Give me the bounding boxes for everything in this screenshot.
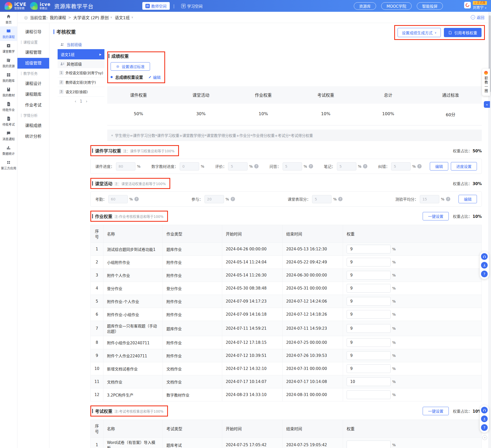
sidebar-item-course-grades[interactable]: 课程成绩: [17, 120, 49, 131]
customer-service-button[interactable]: [481, 407, 488, 413]
rail-item-third-party-apps[interactable]: 第三方应用: [0, 158, 17, 172]
end-time: 2024-05-31 00:00:00: [283, 282, 343, 295]
weight-input[interactable]: [347, 324, 391, 333]
start-time: 2024-07-25 17:05:42: [222, 438, 283, 448]
location-icon: ◎: [24, 15, 28, 20]
row-index: 12: [91, 388, 103, 401]
set-grade-method-button[interactable]: 设置成绩生成方式 ∨: [398, 28, 441, 37]
sidebar-item-statistical-analysis[interactable]: 统计分析: [17, 131, 49, 142]
help-icon[interactable]: ?: [338, 197, 343, 201]
class-list-item[interactable]: 3 语文2班(徐超): [58, 87, 104, 97]
teacher-space-button[interactable]: 师 教师空间: [142, 2, 170, 10]
collapse-tab-button[interactable]: «: [484, 101, 490, 108]
class-name: 教师语文班(刘育宁): [66, 80, 96, 85]
rail-item-data-statistics[interactable]: 数据统计: [0, 143, 17, 158]
sidebar-item-homework-exam[interactable]: 作业考试: [17, 100, 49, 111]
weight-input[interactable]: [347, 377, 391, 386]
weight-input[interactable]: [347, 390, 391, 399]
smart-cast-button[interactable]: 智能投屏: [417, 2, 443, 10]
user-menu[interactable]: 正式版 刘育宁 ∨: [473, 1, 487, 9]
chevron-down-icon: ∨: [485, 6, 486, 9]
field-label: 问答：: [270, 164, 281, 169]
homework-type: 附件作业: [163, 349, 222, 362]
exam-table: 序号 名称 考试类型 开始时间 结束时间 权重 1 Word试卷（有答案）导入模…: [90, 420, 482, 448]
prev-page-button[interactable]: ‹: [75, 99, 76, 104]
learning-space-button[interactable]: 学 学习空间: [178, 2, 206, 10]
breadcrumb-prefix: 当前位置:: [30, 14, 48, 20]
edit-total-weight-link[interactable]: 编辑: [148, 74, 161, 80]
exam-quick-set-button[interactable]: 一键设置: [423, 407, 449, 415]
sidebar-item-course-design[interactable]: 课程设计: [17, 78, 49, 89]
homework-quick-set-button[interactable]: 一键设置: [423, 212, 449, 220]
annotation-box-exam-label: 考试权重 注:考试考核权重总和等于100%: [90, 406, 168, 417]
end-time: 2024-05-22 09:42:49: [283, 256, 343, 269]
sidebar-item-course-guide[interactable]: 课程引导: [17, 27, 49, 37]
courseware-title: 课件学习权重: [95, 147, 121, 154]
help-button[interactable]: ?: [481, 424, 488, 431]
rail-item-my-courses[interactable]: 我的课程: [0, 26, 17, 41]
row-index: 8: [91, 336, 103, 349]
rail-item-my-resources[interactable]: 我的资源: [0, 56, 17, 70]
rail-item-pending-exams[interactable]: 待批考试: [0, 114, 17, 129]
close-toolbar-icon[interactable]: ×: [482, 435, 487, 440]
sidebar-item-course-management[interactable]: 课程管理: [17, 47, 49, 58]
weight-input[interactable]: [347, 351, 391, 360]
help-icon[interactable]: ?: [134, 197, 139, 201]
sidebar-item-class-management[interactable]: 班级管理: [17, 58, 49, 69]
weight-input[interactable]: [347, 441, 391, 448]
download-button[interactable]: [481, 262, 488, 269]
breadcrumb-course[interactable]: 大学语文 (2P) 原创: [73, 14, 109, 20]
mini-app-icon[interactable]: [464, 2, 471, 8]
help-icon[interactable]: ?: [231, 197, 235, 201]
weight-input[interactable]: [347, 364, 391, 373]
start-time: 2024-05-14 11:26:30: [222, 269, 283, 282]
import-assessment-weight-button[interactable]: 引用考核权重: [444, 28, 482, 37]
weight-input[interactable]: [347, 297, 391, 306]
homework-name: 附件作业-个人作业: [103, 295, 163, 308]
rail-item-pending-homework[interactable]: 待批作业: [0, 99, 17, 114]
weight-input[interactable]: [347, 258, 391, 266]
ratio-label: 权重占比：: [453, 149, 472, 153]
help-button[interactable]: ?: [481, 271, 488, 277]
rail-item-home[interactable]: 首页: [0, 12, 17, 26]
help-icon[interactable]: ?: [363, 164, 367, 168]
weight-input[interactable]: [347, 271, 391, 280]
homework-table: 序号 名称 作业类型 开始时间 结束时间 权重 1 测试综合题同步到试卷功能1 …: [90, 225, 482, 401]
weight-input[interactable]: [347, 310, 391, 319]
rail-item-my-textbooks[interactable]: 我的教材: [0, 85, 17, 99]
annotation-box-score-header: 成绩权重 设置通过标准 总成绩权重设置 编辑: [107, 51, 165, 83]
rail-item-notifications[interactable]: 消息通知: [0, 129, 17, 143]
set-pass-standard-button[interactable]: 设置通过标准: [111, 62, 150, 71]
courseware-note: 注：课件学习权重总和等于100%: [123, 148, 175, 153]
rail-item-my-question-bank[interactable]: 我的题库: [0, 70, 17, 85]
class-list-item[interactable]: 2 教师语文班(刘育宁): [58, 78, 104, 87]
class-list-item[interactable]: 1 外校语文班级(刘育宁sy): [58, 68, 104, 78]
weight-input[interactable]: [347, 245, 391, 253]
help-icon[interactable]: ?: [309, 164, 313, 168]
download-button[interactable]: [481, 415, 488, 422]
class-index-badge: 3: [59, 90, 63, 94]
progress-setting-button[interactable]: 进度设置: [451, 162, 477, 170]
zhijiao-circle-tab[interactable]: 职教一圈: [482, 69, 490, 96]
weight-input[interactable]: [347, 284, 391, 293]
breadcrumb-my-courses[interactable]: 我的课程: [50, 14, 66, 20]
customer-service-button[interactable]: [481, 253, 488, 260]
chevron-down-icon[interactable]: ∨: [131, 16, 133, 19]
chevron-down-icon[interactable]: ∨: [110, 16, 112, 19]
help-icon[interactable]: ?: [417, 164, 422, 168]
current-page[interactable]: 1: [80, 99, 82, 104]
courseware-edit-button[interactable]: 编辑: [430, 162, 448, 170]
breadcrumb-class[interactable]: 语文1班: [115, 14, 130, 20]
weight-input[interactable]: [347, 338, 391, 347]
sidebar-item-course-question-bank[interactable]: 课程题库: [17, 89, 49, 100]
classroom-edit-button[interactable]: 编辑: [458, 195, 477, 203]
help-icon[interactable]: ?: [254, 164, 259, 168]
back-link[interactable]: ‹ 返回: [471, 15, 484, 20]
resource-library-button[interactable]: 资源库: [354, 2, 376, 10]
rail-item-classroom-teaching[interactable]: 课堂教学: [0, 41, 17, 56]
mooc-college-button[interactable]: MOOC学院: [381, 2, 412, 10]
help-icon[interactable]: ?: [446, 197, 450, 201]
summary-header-row: 课件权重课堂活动作业权重考试权重总计通过标准: [107, 86, 482, 104]
next-page-button[interactable]: ›: [86, 99, 87, 104]
current-class-item[interactable]: 语文1班 ▶: [58, 49, 104, 59]
